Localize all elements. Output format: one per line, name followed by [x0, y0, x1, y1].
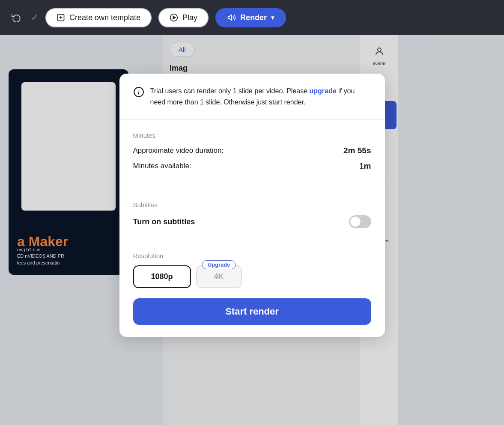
modal-resolution-section: Resolution 1080p Upgrade 4K Start render — [119, 240, 385, 337]
modal-minutes-section: Minutes Approximate video duration: 2m 5… — [119, 119, 385, 189]
resolution-1080p-button[interactable]: 1080p — [133, 265, 191, 288]
render-label: Render — [240, 13, 267, 22]
info-text-part1: Trial users can render only 1 slide per … — [150, 87, 310, 95]
resolution-label: Resolution — [133, 252, 371, 259]
play-label: Play — [182, 13, 197, 22]
resolution-4k-button[interactable]: Upgrade 4K — [196, 265, 242, 288]
top-bar: ✓ Create own template Play Render ▾ — [0, 0, 504, 35]
resolution-options: 1080p Upgrade 4K — [133, 265, 371, 288]
info-text: Trial users can render only 1 slide per … — [150, 86, 371, 107]
render-chevron-icon: ▾ — [271, 14, 274, 21]
render-modal: Trial users can render only 1 slide per … — [119, 74, 385, 337]
modal-overlay: Trial users can render only 1 slide per … — [0, 35, 504, 425]
modal-subtitles-section: Subtitles Turn on subtitles — [119, 189, 385, 240]
top-bar-left: ✓ — [9, 10, 39, 25]
minutes-available-row: Minutes available: 1m — [133, 161, 371, 171]
minutes-section-title: Minutes — [133, 132, 371, 139]
minutes-available-value: 1m — [359, 161, 371, 171]
start-render-button[interactable]: Start render — [133, 298, 371, 325]
render-button[interactable]: Render ▾ — [215, 8, 286, 27]
undo-button[interactable] — [9, 10, 24, 25]
minutes-available-label: Minutes available: — [133, 162, 191, 170]
subtitles-row: Turn on subtitles — [133, 215, 371, 228]
svg-marker-5 — [228, 15, 232, 20]
duration-value: 2m 55s — [343, 146, 371, 155]
upgrade-badge: Upgrade — [202, 260, 236, 269]
subtitles-toggle[interactable] — [349, 215, 371, 228]
svg-marker-4 — [173, 16, 175, 19]
create-template-button[interactable]: Create own template — [45, 8, 152, 27]
modal-info-section: Trial users can render only 1 slide per … — [119, 74, 385, 119]
info-icon — [133, 86, 144, 100]
main-area: a Maker ong h1 n inED nVIDEOS AND PRleos… — [0, 35, 504, 425]
subtitles-section-title: Subtitles — [133, 201, 371, 208]
play-button[interactable]: Play — [158, 8, 209, 27]
upgrade-link[interactable]: upgrade — [310, 87, 337, 95]
create-template-label: Create own template — [69, 13, 140, 22]
info-row: Trial users can render only 1 slide per … — [133, 86, 371, 107]
subtitles-label: Turn on subtitles — [133, 217, 195, 226]
duration-label: Approximate video duration: — [133, 146, 224, 155]
duration-row: Approximate video duration: 2m 55s — [133, 146, 371, 155]
check-icon: ✓ — [31, 12, 39, 23]
